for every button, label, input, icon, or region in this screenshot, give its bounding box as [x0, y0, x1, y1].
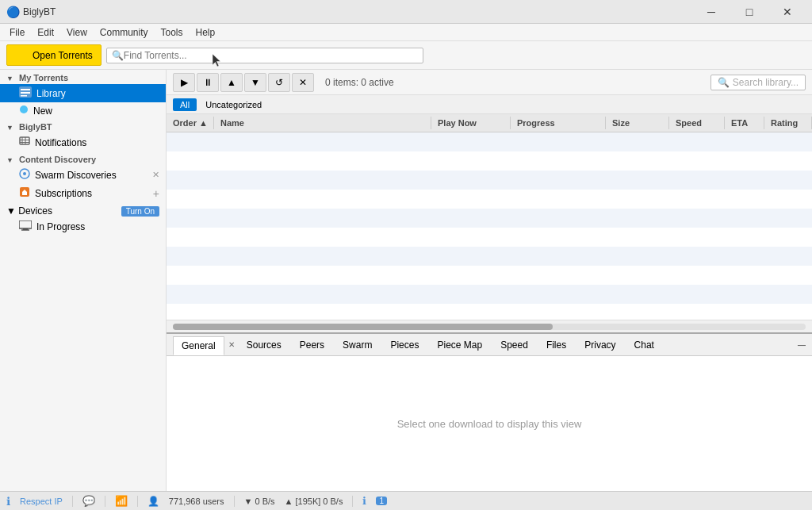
- table-row[interactable]: [167, 304, 812, 320]
- bottom-tab-files[interactable]: Files: [538, 336, 575, 354]
- sidebar-item-library[interactable]: Library: [0, 84, 166, 102]
- bottom-tab-speed[interactable]: Speed: [492, 336, 537, 354]
- library-label: Library: [36, 88, 66, 99]
- divider: [137, 496, 138, 507]
- table-row[interactable]: [167, 151, 812, 171]
- minimize-button[interactable]: ─: [693, 0, 730, 24]
- bottom-tab-privacy[interactable]: Privacy: [576, 336, 624, 354]
- remove-button[interactable]: ✕: [292, 73, 314, 92]
- bottom-panel: General ✕ Sources Peers Swarm Pieces Pie…: [167, 332, 812, 491]
- devices-label: Devices: [18, 205, 52, 217]
- bottom-tab-piece-map[interactable]: Piece Map: [428, 336, 491, 354]
- bottom-tab-swarm[interactable]: Swarm: [334, 336, 381, 354]
- pause-button[interactable]: ⏸: [197, 73, 219, 92]
- down-speed: ▼ 0 B/s: [244, 497, 275, 506]
- up-button[interactable]: ▲: [220, 73, 243, 92]
- torrent-table[interactable]: Order ▲ Name Play Now Progress Size Spee…: [167, 114, 812, 320]
- refresh-button[interactable]: ↺: [268, 73, 290, 92]
- content-discovery-label: Content Discovery: [19, 155, 96, 164]
- svg-rect-7: [20, 137, 29, 144]
- new-label: New: [33, 105, 52, 117]
- biglybt-section-label: BiglyBT: [19, 122, 52, 132]
- divider: [105, 496, 105, 507]
- swarm-close-icon[interactable]: ✕: [152, 170, 159, 180]
- sidebar-item-new[interactable]: New: [0, 102, 166, 119]
- content-discovery-section[interactable]: ▼ Content Discovery: [0, 151, 166, 166]
- chat-icon[interactable]: 💬: [82, 495, 95, 507]
- sidebar-item-subscriptions[interactable]: Subscriptions +: [0, 184, 166, 202]
- menu-file[interactable]: File: [3, 25, 31, 40]
- menu-help[interactable]: Help: [190, 25, 222, 40]
- play-button[interactable]: ▶: [173, 73, 195, 92]
- search-library-box[interactable]: 🔍 Search library...: [710, 75, 806, 90]
- filter-tabs: All Uncategorized: [167, 95, 812, 114]
- turn-on-button[interactable]: Turn On: [121, 206, 159, 217]
- collapse-icon[interactable]: ─: [798, 339, 806, 351]
- menu-edit[interactable]: Edit: [31, 25, 60, 40]
- notifications-label: Notifications: [35, 137, 86, 148]
- general-close-icon[interactable]: ✕: [225, 337, 238, 352]
- bottom-tab-chat[interactable]: Chat: [626, 336, 663, 354]
- bottom-tab-peers[interactable]: Peers: [291, 336, 333, 354]
- content-area: ▶ ⏸ ▲ ▼ ↺ ✕ 0 items: 0 active 🔍 Search l…: [167, 70, 812, 491]
- sidebar: ▼ My Torrents Library New ▼ BiglyBT: [0, 70, 167, 491]
- bottom-tab-pieces[interactable]: Pieces: [381, 336, 427, 354]
- device-icon: [19, 220, 32, 233]
- menu-view[interactable]: View: [60, 25, 94, 40]
- alert-info-icon[interactable]: ℹ: [362, 495, 366, 507]
- table-header: Order ▲ Name Play Now Progress Size Spee…: [167, 114, 812, 132]
- sidebar-item-in-progress[interactable]: In Progress: [0, 218, 166, 236]
- col-speed: Speed: [669, 117, 725, 129]
- arrow-icon: ▼: [6, 205, 16, 217]
- my-torrents-section[interactable]: ▼ My Torrents: [0, 70, 166, 84]
- arrow-icon: ▼: [6, 124, 13, 132]
- table-row[interactable]: [167, 190, 812, 209]
- table-row[interactable]: [167, 132, 812, 151]
- devices-section[interactable]: ▼ Devices Turn On: [0, 202, 166, 218]
- table-row[interactable]: [167, 209, 812, 228]
- search-icon: 🔍: [112, 50, 124, 61]
- filter-tab-all[interactable]: All: [173, 98, 197, 111]
- maximize-button[interactable]: □: [731, 0, 768, 24]
- col-progress: Progress: [511, 117, 606, 129]
- title-bar: 🔵 BiglyBT ─ □ ✕: [0, 0, 812, 24]
- find-torrents-input[interactable]: [124, 50, 418, 61]
- subscriptions-add-icon[interactable]: +: [153, 187, 159, 200]
- col-rating: Rating: [764, 117, 812, 129]
- info-circle-icon[interactable]: ℹ: [6, 495, 10, 508]
- menu-tools[interactable]: Tools: [155, 25, 190, 40]
- biglybt-section[interactable]: ▼ BiglyBT: [0, 119, 166, 133]
- table-row[interactable]: [167, 171, 812, 190]
- col-size: Size: [606, 117, 669, 129]
- bottom-tab-sources[interactable]: Sources: [238, 336, 290, 354]
- window-controls: ─ □ ✕: [693, 0, 806, 24]
- col-name: Name: [214, 117, 431, 129]
- open-torrents-button[interactable]: Open Torrents: [6, 44, 102, 66]
- table-row[interactable]: [167, 228, 812, 247]
- menu-bar: File Edit View Community Tools Help: [0, 24, 812, 41]
- svg-rect-5: [21, 95, 27, 97]
- svg-rect-3: [21, 89, 30, 90]
- table-row[interactable]: [167, 285, 812, 304]
- svg-rect-4: [21, 92, 30, 94]
- close-button[interactable]: ✕: [769, 0, 806, 24]
- subscriptions-icon: [19, 186, 30, 200]
- table-row[interactable]: [167, 247, 812, 266]
- respect-ip-label[interactable]: Respect IP: [20, 497, 63, 506]
- divider: [234, 496, 235, 507]
- menu-community[interactable]: Community: [94, 25, 155, 40]
- torrent-toolbar: ▶ ⏸ ▲ ▼ ↺ ✕ 0 items: 0 active 🔍 Search l…: [167, 70, 812, 95]
- arrow-icon: ▼: [6, 75, 13, 82]
- horizontal-scrollbar[interactable]: [167, 320, 812, 332]
- table-row[interactable]: [167, 266, 812, 285]
- filter-tab-uncategorized[interactable]: Uncategorized: [198, 98, 269, 111]
- bottom-content: Select one download to display this view: [167, 356, 812, 491]
- sidebar-item-swarm-discoveries[interactable]: Swarm Discoveries ✕: [0, 166, 166, 184]
- down-button[interactable]: ▼: [244, 73, 266, 92]
- find-torrents-box[interactable]: 🔍: [106, 48, 423, 63]
- sidebar-item-notifications[interactable]: Notifications: [0, 133, 166, 151]
- folder-icon: [15, 48, 29, 62]
- bottom-tab-general[interactable]: General: [173, 336, 224, 355]
- open-torrents-label: Open Torrents: [33, 50, 93, 61]
- new-circle-icon: [19, 105, 29, 117]
